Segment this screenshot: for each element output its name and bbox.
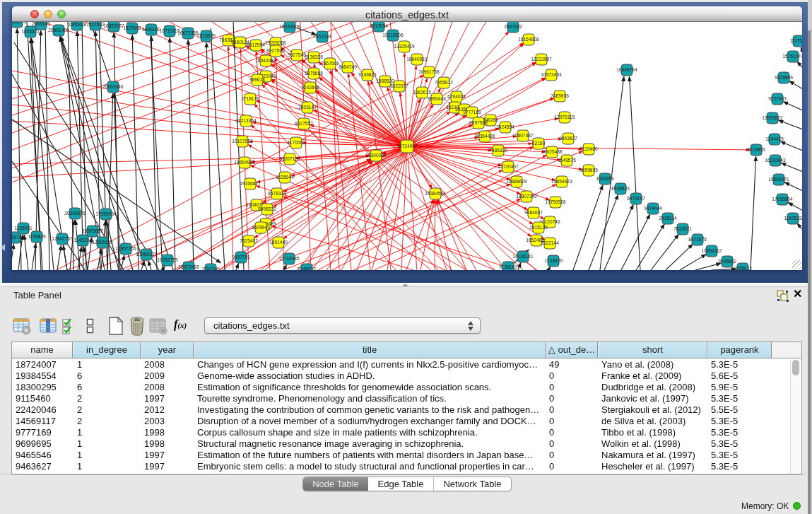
svg-text:16154808: 16154808 <box>518 37 539 42</box>
svg-text:1588520: 1588520 <box>376 78 394 83</box>
svg-text:1733426: 1733426 <box>544 258 563 263</box>
svg-text:2803144: 2803144 <box>298 105 317 110</box>
svg-text:20364436: 20364436 <box>474 134 495 139</box>
svg-text:1135061: 1135061 <box>14 226 33 230</box>
svg-text:7986322: 7986322 <box>489 148 507 153</box>
svg-text:19384554: 19384554 <box>425 191 446 196</box>
svg-text:7515526: 7515526 <box>197 33 216 38</box>
svg-text:9777169: 9777169 <box>463 110 481 115</box>
svg-text:9227343: 9227343 <box>768 96 787 101</box>
svg-text:17957255: 17957255 <box>115 246 136 251</box>
svg-text:15720407: 15720407 <box>498 164 519 169</box>
svg-text:8813054: 8813054 <box>370 23 388 28</box>
svg-text:17359934: 17359934 <box>95 211 117 216</box>
svg-text:12213363: 12213363 <box>235 118 257 123</box>
svg-text:10025438: 10025438 <box>541 149 563 154</box>
svg-text:9474444: 9474444 <box>644 206 662 211</box>
svg-text:18640910: 18640910 <box>406 57 428 62</box>
svg-text:10807487: 10807487 <box>512 133 534 138</box>
svg-text:9242848: 9242848 <box>301 85 319 90</box>
svg-text:8498222: 8498222 <box>258 206 276 211</box>
svg-text:18300295: 18300295 <box>365 153 387 158</box>
svg-text:7485006: 7485006 <box>551 93 569 98</box>
svg-text:1065328: 1065328 <box>68 22 86 27</box>
svg-text:6466160: 6466160 <box>142 27 160 32</box>
svg-text:13325419: 13325419 <box>394 44 415 49</box>
svg-text:23226058: 23226058 <box>265 40 286 45</box>
svg-text:9329966: 9329966 <box>775 75 793 80</box>
svg-text:1549575: 1549575 <box>558 158 576 163</box>
svg-text:12923468: 12923468 <box>178 264 199 269</box>
svg-text:2867608: 2867608 <box>321 61 339 66</box>
svg-text:19166827: 19166827 <box>240 181 261 186</box>
svg-text:19692971: 19692971 <box>768 177 789 182</box>
svg-text:1640954: 1640954 <box>596 176 614 181</box>
svg-text:7632621: 7632621 <box>673 226 692 231</box>
svg-text:12213967: 12213967 <box>531 57 552 62</box>
svg-text:9327505: 9327505 <box>266 48 285 53</box>
svg-text:15751074: 15751074 <box>782 54 802 59</box>
svg-text:10961758: 10961758 <box>418 69 440 74</box>
svg-text:6794028: 6794028 <box>447 94 466 99</box>
svg-text:989613: 989613 <box>249 77 265 82</box>
svg-text:20206576: 20206576 <box>64 211 86 216</box>
svg-text:1691440: 1691440 <box>269 240 288 245</box>
svg-text:2718176: 2718176 <box>241 96 259 101</box>
svg-text:9699695: 9699695 <box>579 168 598 173</box>
svg-text:9146821: 9146821 <box>358 72 377 77</box>
svg-text:1615132: 1615132 <box>529 225 548 230</box>
svg-text:8471676: 8471676 <box>688 237 707 242</box>
svg-text:8427552: 8427552 <box>295 121 313 126</box>
svg-text:2522144: 2522144 <box>541 240 559 245</box>
svg-text:2055371: 2055371 <box>12 22 26 24</box>
svg-text:8454749: 8454749 <box>339 64 357 69</box>
svg-text:10958107: 10958107 <box>136 252 157 257</box>
svg-text:8912954: 8912954 <box>247 42 265 47</box>
svg-text:83267130: 83267130 <box>279 156 300 161</box>
svg-text:1117535: 1117535 <box>790 38 802 43</box>
svg-text:2069140: 2069140 <box>32 22 50 26</box>
svg-text:10654112: 10654112 <box>702 248 722 253</box>
svg-text:20053946: 20053946 <box>102 84 124 89</box>
svg-text:12093822: 12093822 <box>762 115 783 120</box>
svg-text:19218506: 19218506 <box>382 33 404 37</box>
svg-text:3624554: 3624554 <box>496 124 514 129</box>
svg-text:1527602: 1527602 <box>123 25 141 30</box>
svg-text:9136141: 9136141 <box>499 264 517 269</box>
svg-text:9245652: 9245652 <box>718 259 736 264</box>
svg-text:9084067: 9084067 <box>524 210 543 215</box>
svg-text:18807249: 18807249 <box>516 194 537 199</box>
svg-text:15716485: 15716485 <box>278 256 300 261</box>
svg-text:16648784: 16648784 <box>616 67 637 72</box>
svg-text:62160: 62160 <box>532 141 546 146</box>
svg-text:12942757: 12942757 <box>52 236 73 241</box>
svg-text:10107553: 10107553 <box>232 139 253 144</box>
svg-text:1405571: 1405571 <box>21 29 40 34</box>
svg-text:3915744: 3915744 <box>12 235 24 240</box>
svg-text:1244415: 1244415 <box>765 136 784 141</box>
svg-text:16782759: 16782759 <box>157 257 178 262</box>
svg-text:9327546: 9327546 <box>288 52 306 57</box>
svg-text:18724007: 18724007 <box>396 144 418 148</box>
svg-text:14136141: 14136141 <box>512 254 534 259</box>
svg-text:1609949: 1609949 <box>252 225 270 230</box>
svg-text:9457791: 9457791 <box>232 255 250 259</box>
svg-text:10653287: 10653287 <box>103 23 124 28</box>
svg-text:8990448: 8990448 <box>428 96 446 101</box>
svg-text:17016504: 17016504 <box>772 197 793 201</box>
svg-text:19654923: 19654923 <box>551 179 572 184</box>
svg-text:5875685: 5875685 <box>305 71 323 76</box>
svg-text:2887682: 2887682 <box>504 24 522 29</box>
svg-text:16210643: 16210643 <box>765 158 786 163</box>
svg-text:8938923: 8938923 <box>611 186 630 191</box>
svg-text:9115460: 9115460 <box>579 146 598 151</box>
svg-text:9463627: 9463627 <box>559 136 577 141</box>
svg-text:1292346: 1292346 <box>201 267 220 270</box>
svg-text:1527602: 1527602 <box>86 22 105 27</box>
svg-text:19654983: 19654983 <box>234 160 255 165</box>
svg-text:9245012: 9245012 <box>734 266 752 270</box>
svg-text:4170066: 4170066 <box>287 140 305 145</box>
svg-text:8215955: 8215955 <box>747 147 765 152</box>
svg-text:20691406: 20691406 <box>48 28 69 33</box>
svg-text:1362615: 1362615 <box>413 90 431 95</box>
